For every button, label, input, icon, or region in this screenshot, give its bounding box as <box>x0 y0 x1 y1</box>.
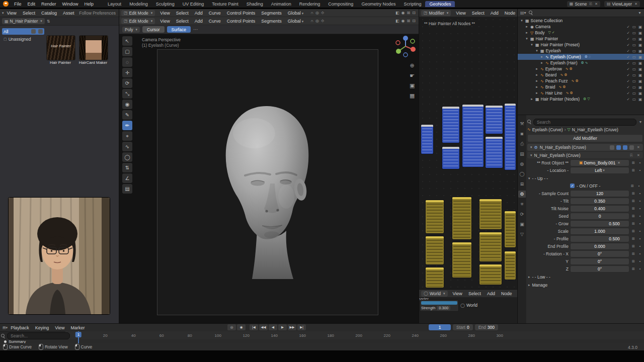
tool-icon[interactable]: ✛ <box>122 68 132 77</box>
checkbox-icon[interactable]: ✓ <box>627 85 630 89</box>
checkbox-icon[interactable]: ✓ <box>627 67 630 71</box>
menu-item[interactable]: Add <box>488 11 502 16</box>
camera-frame[interactable] <box>157 49 378 315</box>
clear-icon[interactable]: ✕ <box>617 161 620 165</box>
collapse-arrow-icon[interactable]: ▾ <box>530 145 532 149</box>
menu-item[interactable]: View <box>157 11 173 16</box>
snap-icon[interactable]: ∩ <box>310 19 313 24</box>
checkbox-icon[interactable]: ✓ <box>627 25 630 29</box>
realtime-toggle[interactable] <box>616 145 621 150</box>
value-field[interactable]: 0 <box>570 213 629 220</box>
node-box[interactable] <box>452 242 471 278</box>
extra-icon[interactable]: ⊞ <box>631 222 636 226</box>
collapse-arrow-icon[interactable]: ▾ <box>530 153 532 157</box>
close-icon[interactable]: ✕ <box>634 2 637 6</box>
menu-item[interactable]: Select <box>469 11 488 16</box>
screen-visibility-icon[interactable]: ▭ <box>632 55 636 59</box>
tool-icon[interactable]: ✎ <box>122 110 132 120</box>
start-frame-field[interactable]: Start0 <box>453 324 473 330</box>
checkbox-icon[interactable]: ✓ <box>627 91 630 96</box>
tool-icon[interactable]: ∠ <box>122 173 132 183</box>
expand-arrow-icon[interactable]: ▸ <box>530 97 534 101</box>
transport-button[interactable]: ▶▶ <box>288 324 296 330</box>
animate-dot-icon[interactable]: • <box>637 168 642 172</box>
workspace-tab[interactable]: Scripting <box>399 1 425 7</box>
render-visibility-icon[interactable]: ▣ <box>638 55 642 59</box>
location-dropdown[interactable]: Left ▾ <box>570 167 629 174</box>
menu-item[interactable]: Help <box>82 2 97 7</box>
animate-dot-icon[interactable]: • <box>637 237 642 240</box>
screen-visibility-icon[interactable]: ▭ <box>632 37 636 41</box>
outliner-row[interactable]: ▸ ∿ Braid ∿ ⚙ ✓ ▭ ▣ <box>518 84 644 90</box>
navigation-gizmo[interactable] <box>393 34 418 58</box>
value-field[interactable]: 0° <box>570 258 629 265</box>
breadcrumb-object[interactable]: Eyelash (Curve) <box>532 127 563 132</box>
channel-search-input[interactable] <box>7 332 70 339</box>
workspace-tab[interactable]: Geometry Nodes <box>357 1 399 7</box>
menu-item[interactable]: Edit <box>25 2 39 7</box>
animate-dot-icon[interactable]: • <box>637 199 642 203</box>
properties-tab-icon[interactable]: ◯ <box>518 170 526 177</box>
menu-item[interactable]: Marker <box>68 325 88 330</box>
expand-arrow-icon[interactable]: ▾ <box>520 19 524 23</box>
menu-item[interactable]: Playback <box>8 325 32 330</box>
node-box[interactable] <box>505 251 516 280</box>
checkbox-icon[interactable]: ✓ <box>627 37 630 41</box>
follow-preferences-label[interactable]: Follow Preferences <box>79 11 116 16</box>
screen-visibility-icon[interactable]: ▭ <box>632 97 636 102</box>
extra-icon[interactable]: ⊞ <box>631 237 636 241</box>
checkbox-icon[interactable]: ✓ <box>627 79 630 83</box>
outliner-row[interactable]: ▸ ∿ Beard ∿ ⚙ ✓ ▭ ▣ <box>518 72 644 78</box>
asset-thumbnail-hair-painter[interactable]: Hair Painter <box>46 35 75 60</box>
menu-item[interactable]: Segments <box>258 19 285 24</box>
render-visibility-icon[interactable]: ▣ <box>638 31 642 35</box>
manage-section-header[interactable]: ▸Manage <box>527 282 643 288</box>
screen-visibility-icon[interactable]: ▭ <box>632 25 636 29</box>
orientation-dropdown[interactable]: Global▾ <box>285 11 307 16</box>
outliner-row[interactable]: ▾ ▦ Eyelash ✓ ▭ ▣ <box>518 48 644 54</box>
menu-item[interactable]: Select <box>20 11 38 16</box>
snap-icon[interactable]: ∩ <box>310 11 313 16</box>
head-model[interactable] <box>211 100 321 281</box>
extra-icon[interactable]: ⊞ <box>631 192 636 196</box>
node-box[interactable] <box>479 264 502 285</box>
animate-dot-icon[interactable]: • <box>637 222 642 225</box>
menu-item[interactable]: File <box>11 2 25 7</box>
value-field[interactable]: 0.500 <box>570 235 629 242</box>
workspace-tab[interactable]: Sculpting <box>152 1 179 7</box>
outliner-row[interactable]: ▸ ▦ Hair Painter (Nodes) ⚙ ▽ ✓ ▭ ▣ <box>518 96 644 102</box>
transport-button[interactable]: |◀ <box>250 324 258 330</box>
snap-icon[interactable]: ◎ <box>315 11 319 16</box>
menu-item[interactable]: Select <box>465 291 484 296</box>
menu-item[interactable]: Control Points <box>224 11 259 16</box>
root-object-field[interactable]: ▣ Demo_Body.001 ✕ <box>570 159 629 166</box>
node-box[interactable] <box>505 104 516 170</box>
modifier-name[interactable]: N_Hair_Eyelash (Cruve) <box>540 145 608 150</box>
extra-icon[interactable]: ⊞ <box>631 199 636 203</box>
value-field[interactable]: 0.000 <box>570 243 629 250</box>
screen-visibility-icon[interactable]: ▭ <box>632 61 636 65</box>
animate-dot-icon[interactable]: • <box>637 161 642 164</box>
asset-library-dropdown[interactable]: ▦ N_Hair Painter ▾ <box>2 18 45 24</box>
extra-icon[interactable]: ⊞ <box>631 259 636 263</box>
checkbox-icon[interactable]: ✓ <box>627 97 630 102</box>
surface-button[interactable]: Surface <box>167 26 191 33</box>
viewport-control-icon[interactable]: ☛ <box>410 72 415 79</box>
outliner-row[interactable]: ▸ ∿ Eyelash (Hair) ⚙ ∿ ✓ ▭ ▣ <box>518 60 644 66</box>
up-section-header[interactable]: ▾- - Up - - <box>527 175 643 182</box>
node-box[interactable] <box>479 199 502 229</box>
screen-visibility-icon[interactable]: ▭ <box>632 91 636 96</box>
expand-arrow-icon[interactable]: ▸ <box>535 91 539 95</box>
menu-item[interactable]: Add <box>484 291 498 296</box>
shading-icon[interactable]: ◧ <box>395 19 399 23</box>
properties-tab-icon[interactable]: ⚙ <box>518 191 526 198</box>
menu-item[interactable]: Select <box>173 19 192 24</box>
screen-visibility-icon[interactable]: ▭ <box>632 79 636 83</box>
animate-dot-icon[interactable]: • <box>637 192 642 195</box>
animate-dot-icon[interactable]: • <box>637 207 642 210</box>
menu-item[interactable]: View <box>157 19 173 24</box>
transport-button[interactable]: ◀◀ <box>259 324 268 330</box>
menu-item[interactable]: Curve <box>206 11 224 16</box>
shading-icon[interactable]: ⊞ <box>407 11 411 15</box>
curve-type-dropdown[interactable]: Poly▾ <box>122 27 140 33</box>
